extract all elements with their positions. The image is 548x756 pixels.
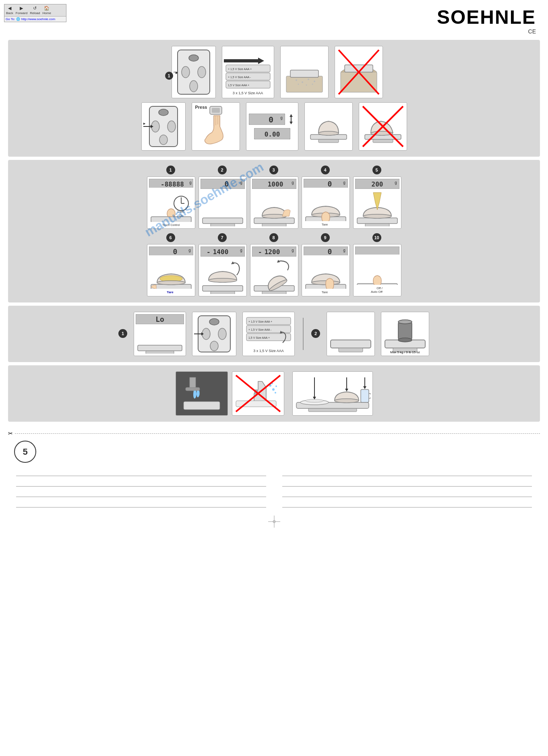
arrow-updown-svg — [287, 114, 295, 125]
svg-text:0: 0 — [327, 180, 332, 188]
press-button-box: Press — [192, 102, 240, 151]
reload-button[interactable]: ↺ Reload — [30, 6, 40, 15]
step8-number: 8 — [269, 233, 278, 242]
svg-text:+ 1,5 V Size AAA +: + 1,5 V Size AAA + — [248, 320, 272, 323]
scale-battery-open — [192, 312, 236, 356]
display-top: 0 g — [249, 114, 295, 125]
steps-row1: 1 -88888 g — [16, 166, 532, 229]
uneven-surface-svg — [337, 48, 381, 96]
svg-rect-107 — [262, 291, 286, 294]
svg-point-2 — [182, 66, 190, 78]
panel3-battery-label: 3 x 1,5 V Size AAA — [253, 349, 284, 353]
svg-point-153 — [275, 392, 276, 394]
step5-box: 200 g — [353, 176, 401, 229]
svg-rect-8 — [224, 59, 258, 62]
svg-rect-147 — [184, 402, 220, 410]
display-zero-box: 0 g 0.00 — [246, 102, 298, 151]
svg-point-23 — [312, 84, 313, 85]
step6-number: 6 — [166, 233, 175, 242]
warranty-years-badge: 5 — [14, 441, 36, 463]
svg-rect-68 — [211, 224, 235, 226]
step6-container: 6 0 g — [147, 234, 195, 296]
step5-number: 5 — [372, 166, 381, 174]
panel-cleaning — [8, 365, 540, 422]
step8-box: - 1200 g — [250, 244, 298, 296]
display-000-svg: 0.00 — [254, 128, 290, 139]
svg-rect-47 — [318, 139, 339, 143]
step3-box: 1000 g — [250, 176, 298, 229]
uneven-surface-wrong — [335, 46, 383, 98]
main-content: 1 ▶ — [0, 35, 548, 427]
press-label: Press — [195, 105, 207, 110]
svg-text:+ 1,5 V Size AAA +: + 1,5 V Size AAA + — [228, 68, 252, 70]
step10-container: 10 Off /Auto Off — [353, 234, 401, 296]
items-on-scale — [292, 371, 373, 416]
step5-display: 200 g — [355, 179, 399, 189]
step1-display: -88888 g — [149, 179, 193, 188]
back-button[interactable]: ◀ Back — [6, 6, 13, 15]
svg-text:1200: 1200 — [264, 248, 280, 256]
step9-container: 9 0 g Tare — [302, 234, 350, 296]
scale-button-svg: ▶ — [143, 104, 184, 149]
panel-weighing-steps: manuals.soehnle.com 1 -88888 g — [8, 160, 540, 302]
svg-rect-146 — [186, 387, 200, 391]
svg-marker-43 — [290, 122, 293, 124]
address-bar[interactable]: Go To: 🌐 http://www.soehnle.com — [4, 17, 66, 22]
step10-off-label: Off /Auto Off — [371, 286, 383, 294]
home-button[interactable]: 🏠 Home — [43, 6, 51, 15]
scale-back-view: ▶ — [172, 46, 216, 98]
svg-rect-141 — [398, 322, 412, 340]
svg-point-143 — [398, 338, 412, 342]
lo-display: Lo — [136, 314, 184, 324]
warranty-line-8 — [282, 500, 532, 507]
svg-rect-16 — [290, 70, 318, 77]
weight-scale-svg — [383, 314, 427, 354]
max-label: Max 5 kg / 9 lb 15 oz — [381, 350, 429, 354]
step3-container: 3 1000 g — [250, 166, 298, 229]
bowl-wrong-box — [359, 102, 407, 151]
svg-text:0: 0 — [327, 247, 332, 255]
svg-text:g: g — [395, 180, 397, 185]
svg-text:g: g — [292, 248, 294, 253]
step8-bowl-tipped — [252, 258, 296, 294]
battery-pack-diagram: + 1,5 V Size AAA + + 1,5 V Size AAA - 1,… — [222, 46, 274, 98]
svg-text:+ 1,5 V Size AAA -: + 1,5 V Size AAA - — [248, 328, 272, 331]
svg-text:g: g — [189, 180, 192, 185]
svg-rect-137 — [331, 340, 371, 348]
bottom-cross-svg — [268, 516, 280, 528]
step-1-badge: 1 — [165, 72, 173, 80]
bowl-correct-box — [304, 102, 353, 151]
step6-tare-label: Tare — [167, 290, 175, 294]
warranty-line-7 — [282, 490, 532, 497]
warranty-col-right — [282, 469, 532, 507]
svg-point-21 — [298, 84, 299, 85]
step3-display: 1000 g — [252, 179, 296, 189]
warranty-line-1 — [16, 469, 266, 476]
svg-point-4 — [190, 81, 198, 92]
svg-marker-7 — [258, 58, 264, 64]
panel-battery-install: 1 ▶ — [8, 40, 540, 157]
flat-surface-svg — [282, 48, 327, 96]
warranty-header: 5 — [8, 441, 540, 463]
warranty-line-6 — [282, 479, 532, 487]
svg-point-19 — [308, 79, 309, 80]
svg-point-22 — [306, 85, 307, 86]
svg-point-150 — [272, 388, 275, 391]
step2-scale-empty — [201, 191, 245, 226]
svg-text:1 Sec.: 1 Sec. — [177, 210, 185, 213]
step4-container: 4 0 g Tare — [302, 166, 350, 229]
forward-button[interactable]: ▶ Forward — [16, 6, 27, 15]
items-svg — [294, 373, 371, 414]
step7-box: - 1400 g — [199, 244, 247, 296]
step7-display: - 1400 g — [201, 246, 245, 257]
warranty-lines — [8, 469, 540, 507]
svg-rect-122 — [146, 351, 174, 354]
flat-scale-svg — [329, 314, 373, 354]
panel3-row: 1 Lo — [16, 312, 532, 356]
svg-point-160 — [306, 399, 323, 402]
panel4-row — [16, 371, 532, 416]
svg-text:On: On — [179, 214, 183, 217]
svg-text:g: g — [280, 116, 283, 120]
step1-number: 1 — [166, 166, 175, 174]
panel3-step1-wrapper: 1 — [119, 329, 128, 338]
